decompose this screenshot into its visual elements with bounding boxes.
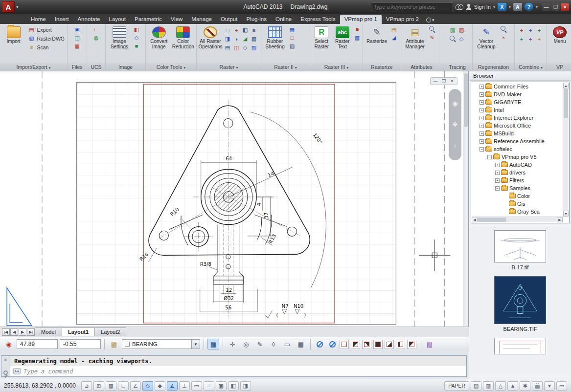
ribbon-tab-online[interactable]: Online bbox=[271, 15, 296, 24]
dynamic-ucs-icon[interactable]: ⊥ bbox=[179, 381, 190, 391]
restore-button[interactable]: ❐ bbox=[551, 3, 560, 11]
raster-tool-icon[interactable] bbox=[250, 26, 258, 34]
command-customize-icon[interactable] bbox=[3, 370, 8, 375]
autodesk360-icon[interactable]: A bbox=[513, 3, 522, 11]
expand-icon[interactable] bbox=[480, 139, 484, 144]
folder-tree[interactable]: Common Files DVD Maker GIGABYTE Intel In… bbox=[471, 82, 570, 223]
attribute-manager-button[interactable]: ▤ Attribute Manager bbox=[403, 25, 427, 50]
attributes-tool-icon[interactable] bbox=[428, 34, 436, 42]
raster-tool-icon[interactable] bbox=[232, 26, 240, 34]
ribbon-tab-output[interactable]: Output bbox=[216, 15, 242, 24]
tracing-tool-icon[interactable] bbox=[457, 35, 465, 43]
tree-item[interactable]: Gis bbox=[472, 200, 563, 208]
exchange-dropdown-icon[interactable]: ▾ bbox=[509, 5, 511, 9]
all-raster-operations-button[interactable]: All Raster Operations bbox=[198, 25, 223, 50]
collapse-icon[interactable] bbox=[495, 186, 500, 191]
tree-item[interactable]: softelec bbox=[472, 145, 563, 153]
object-snap-tracking-icon[interactable]: ∡ bbox=[167, 381, 178, 391]
combine-tool-icon[interactable] bbox=[535, 35, 543, 43]
scroll-up-icon[interactable]: ▲ bbox=[563, 83, 569, 88]
sign-in-dropdown-icon[interactable]: ▾ bbox=[493, 5, 495, 9]
quick-access-dropdown-icon[interactable]: ▾ bbox=[16, 4, 19, 9]
rubber-sheeting-button[interactable]: Rubber Sheeting bbox=[263, 25, 287, 50]
group-label-regeneration[interactable]: Regeneration bbox=[473, 63, 514, 71]
navigation-bar[interactable]: ◉ ✥ + bbox=[449, 89, 461, 160]
annotation-visibility-icon[interactable]: ▲ bbox=[507, 381, 518, 391]
group-label-rasterize[interactable]: Rasterize bbox=[363, 63, 401, 71]
thumbnail-bearing[interactable] bbox=[494, 276, 546, 324]
raster2-tool-icon[interactable] bbox=[288, 34, 296, 42]
group-label-attributes[interactable]: Attributes bbox=[401, 63, 442, 71]
search-input[interactable] bbox=[371, 2, 453, 11]
image-tool-icon[interactable] bbox=[133, 34, 140, 42]
regeneration-tool-icon[interactable] bbox=[500, 34, 507, 42]
ribbon-tab-layout[interactable]: Layout bbox=[105, 15, 131, 24]
tree-item[interactable]: AutoCAD bbox=[472, 161, 563, 169]
import-button[interactable]: Import bbox=[1, 25, 25, 45]
regeneration-tool-icon[interactable] bbox=[500, 25, 507, 33]
tab-layout2[interactable]: Layout2 bbox=[94, 327, 126, 336]
expand-icon[interactable] bbox=[495, 171, 500, 175]
expand-icon[interactable] bbox=[480, 92, 484, 97]
layer-dropdown[interactable]: BEARING ▼ bbox=[122, 339, 200, 349]
selection-cycling-icon[interactable]: ◨ bbox=[240, 381, 251, 391]
combine-tool-icon[interactable] bbox=[526, 26, 534, 34]
scroll-right-icon[interactable]: ▶ bbox=[557, 217, 563, 222]
drawing-vertical-scrollbar[interactable] bbox=[463, 71, 468, 327]
pan-icon[interactable]: ✥ bbox=[453, 121, 458, 128]
ribbon-tab-plugins[interactable]: Plug-ins bbox=[242, 15, 271, 24]
combine-tool-icon[interactable] bbox=[526, 35, 534, 43]
image-settings-button[interactable]: Image Settings bbox=[107, 25, 132, 50]
transparency-icon[interactable]: ▣ bbox=[216, 381, 227, 391]
ribbon-tab-view[interactable]: View bbox=[166, 15, 187, 24]
tree-item[interactable]: Color bbox=[472, 192, 563, 200]
tree-item[interactable]: Gray Sca bbox=[472, 208, 563, 216]
group-label-raster[interactable]: Raster bbox=[197, 63, 261, 71]
snap-tool-icon[interactable]: ✛ bbox=[227, 339, 238, 349]
command-prompt[interactable]: ≻▾ Type a command bbox=[10, 366, 466, 376]
raster-tool-icon[interactable] bbox=[224, 44, 231, 51]
raster3-tool-icon[interactable] bbox=[353, 25, 361, 33]
dropdown-arrow-icon[interactable]: ▼ bbox=[191, 340, 200, 348]
minimize-button[interactable]: — bbox=[542, 3, 550, 11]
circle-select-on-icon[interactable] bbox=[314, 339, 325, 349]
ribbon-minimize-icon[interactable]: ▾ bbox=[426, 18, 434, 24]
expand-icon[interactable] bbox=[495, 163, 500, 167]
workspace-switching-icon[interactable]: ✱ bbox=[520, 381, 530, 391]
prev-layout-icon[interactable]: ◀ bbox=[10, 328, 18, 336]
snap-mode-icon[interactable]: ⊞ bbox=[93, 381, 104, 391]
vp-menu-button[interactable]: VP Menu bbox=[548, 25, 571, 45]
ribbon-tab-annotate[interactable]: Annotate bbox=[73, 15, 104, 24]
tree-item[interactable]: GIGABYTE bbox=[472, 98, 563, 106]
paint-tool-icon[interactable]: ▧ bbox=[424, 339, 435, 349]
raster-tool-icon[interactable] bbox=[224, 26, 231, 34]
raster-tool-icon[interactable] bbox=[241, 26, 249, 34]
tree-item[interactable]: Reference Assemblie bbox=[472, 137, 563, 145]
quick-view-drawings-icon[interactable]: ▥ bbox=[483, 381, 494, 391]
ucs-axis-icon[interactable] bbox=[92, 25, 100, 33]
quick-properties-icon[interactable]: ◧ bbox=[228, 381, 239, 391]
tree-item[interactable]: MSBuild bbox=[472, 130, 563, 137]
ribbon-tab-manage[interactable]: Manage bbox=[187, 15, 216, 24]
rect-tool-icon[interactable]: ▭ bbox=[281, 339, 293, 349]
raster-fill-tool-icon[interactable] bbox=[407, 340, 416, 349]
paper-model-toggle[interactable]: PAPER bbox=[444, 381, 469, 391]
clean-screen-icon[interactable]: ▭ bbox=[556, 381, 567, 391]
raster-fill-tool-icon[interactable] bbox=[385, 340, 394, 349]
command-window[interactable]: ✕ Regenerating model - caching viewports… bbox=[1, 355, 467, 377]
group-label-raster2[interactable]: Raster II bbox=[261, 63, 310, 71]
tree-item[interactable]: Internet Explorer bbox=[472, 114, 563, 122]
tree-item[interactable]: Intel bbox=[472, 106, 563, 114]
select-raster-button[interactable]: R Select Raster bbox=[312, 25, 332, 50]
group-label-tracing[interactable]: Tracing bbox=[442, 63, 472, 71]
fullnav-wheel-icon[interactable]: ◉ bbox=[452, 100, 457, 107]
convert-image-button[interactable]: Convert Image bbox=[147, 25, 171, 50]
toolbar-lock-icon[interactable] bbox=[532, 381, 543, 391]
group-label-vp[interactable]: VP bbox=[547, 63, 571, 71]
close-button[interactable]: ✕ bbox=[561, 3, 569, 11]
raster-tool-icon[interactable] bbox=[250, 44, 258, 51]
combine-tool-icon[interactable] bbox=[535, 26, 543, 34]
cad-drawing[interactable]: 120° 64 14 37 4 bbox=[0, 71, 468, 327]
expand-icon[interactable] bbox=[480, 116, 484, 120]
layers-icon[interactable]: ▤ bbox=[108, 339, 120, 349]
